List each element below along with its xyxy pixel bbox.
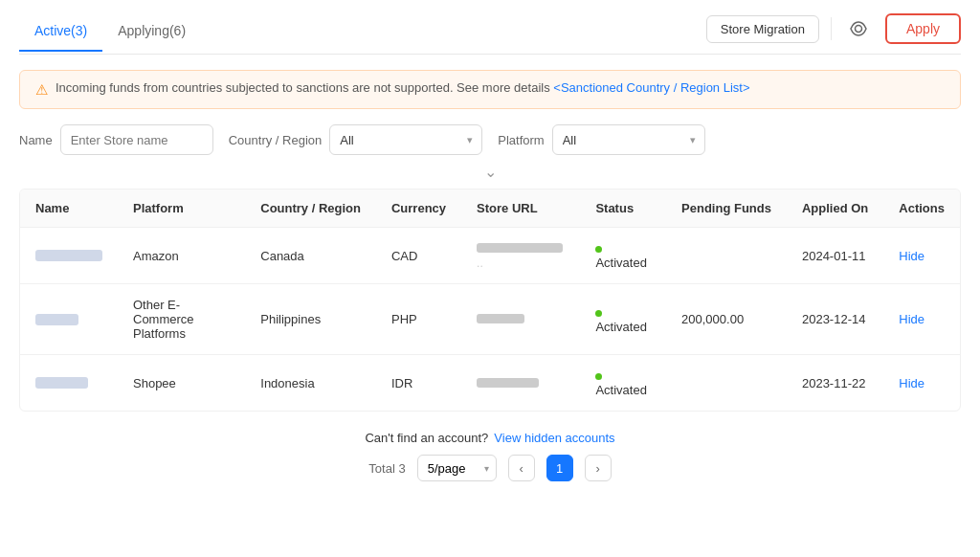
country-filter-label: Country / Region (229, 133, 323, 147)
country-select-wrapper: All Canada Philippines Indonesia (329, 124, 482, 155)
alert-banner: ⚠ Incoming funds from countries subjecte… (19, 70, 961, 109)
row1-currency: CAD (376, 228, 461, 284)
row2-pending-funds: 200,000.00 (666, 284, 787, 355)
row2-platform: Other E-Commerce Platforms (118, 284, 245, 355)
tab-active[interactable]: Active(3) (19, 15, 102, 52)
row1-applied-on: 2024-01-11 (787, 228, 883, 284)
platform-filter-group: Platform All Amazon Shopee Other E-Comme… (498, 124, 704, 155)
row1-name (20, 228, 118, 284)
row3-action[interactable]: Hide (883, 355, 960, 412)
view-hidden-link[interactable]: View hidden accounts (494, 431, 614, 445)
svg-point-0 (855, 26, 861, 33)
table-row: Amazon Canada CAD .. Activated 2024-01-1… (20, 228, 960, 284)
apply-button[interactable]: Apply (885, 13, 961, 44)
row3-currency: IDR (376, 355, 461, 412)
warning-icon: ⚠ (35, 81, 48, 99)
platform-select-wrapper: All Amazon Shopee Other E-Commerce Platf… (552, 124, 705, 155)
total-count-label: Total 3 (368, 461, 405, 476)
view-toggle-icon[interactable] (843, 13, 874, 44)
row2-applied-on: 2023-12-14 (787, 284, 883, 355)
col-country-region: Country / Region (245, 189, 376, 228)
row3-applied-on: 2023-11-22 (787, 355, 883, 412)
row1-action[interactable]: Hide (883, 228, 960, 284)
cant-find-text: Can't find an account? (365, 431, 488, 445)
row2-status: Activated (580, 284, 666, 355)
filter-bar: Name Country / Region All Canada Philipp… (19, 124, 961, 155)
col-currency: Currency (376, 189, 461, 228)
row1-url: .. (461, 228, 580, 284)
col-status: Status (580, 189, 666, 228)
col-applied-on: Applied On (787, 189, 883, 228)
row1-country: Canada (245, 228, 376, 284)
name-filter-label: Name (19, 133, 53, 147)
row2-url (461, 284, 580, 355)
page-size-select-wrapper: 5/page 10/page 20/page (417, 455, 497, 481)
col-platform: Platform (118, 189, 245, 228)
country-filter-group: Country / Region All Canada Philippines … (229, 124, 483, 155)
col-actions: Actions (883, 189, 960, 228)
expand-filters-icon[interactable]: ⌄ (484, 163, 497, 181)
cant-find-section: Can't find an account? View hidden accou… (19, 431, 961, 445)
vertical-divider (831, 17, 832, 40)
row3-pending-funds (666, 355, 787, 412)
col-pending-funds: Pending Funds (666, 189, 787, 228)
current-page-number[interactable]: 1 (546, 455, 573, 481)
country-filter-select[interactable]: All Canada Philippines Indonesia (329, 124, 482, 155)
platform-filter-select[interactable]: All Amazon Shopee Other E-Commerce Platf… (552, 124, 705, 155)
pagination-section: Total 3 5/page 10/page 20/page ‹ 1 › (19, 455, 961, 481)
header-actions: Store Migration Apply (706, 13, 961, 54)
row3-country: Indonesia (245, 355, 376, 412)
store-migration-button[interactable]: Store Migration (706, 15, 819, 43)
col-name: Name (20, 189, 118, 228)
row3-url (461, 355, 580, 412)
platform-filter-label: Platform (498, 133, 544, 147)
sanctioned-country-link[interactable]: <Sanctioned Country / Region List> (553, 80, 749, 95)
table-row: Other E-Commerce Platforms Philippines P… (20, 284, 960, 355)
row2-currency: PHP (376, 284, 461, 355)
table-row: Shopee Indonesia IDR Activated 2023-11-2… (20, 355, 960, 412)
row1-pending-funds (666, 228, 787, 284)
row2-action[interactable]: Hide (883, 284, 960, 355)
col-store-url: Store URL (461, 189, 580, 228)
row2-name (20, 284, 118, 355)
next-page-button[interactable]: › (585, 455, 612, 481)
accounts-table: Name Platform Country / Region Currency … (19, 189, 961, 412)
tab-applying[interactable]: Applying(6) (102, 15, 201, 52)
page-size-select[interactable]: 5/page 10/page 20/page (417, 455, 497, 481)
expand-filters-row: ⌄ (19, 163, 961, 181)
alert-text: Incoming funds from countries subjected … (56, 80, 750, 95)
prev-page-button[interactable]: ‹ (508, 455, 535, 481)
row2-country: Philippines (245, 284, 376, 355)
row1-status: Activated (580, 228, 666, 284)
table-header-row: Name Platform Country / Region Currency … (20, 189, 960, 228)
row3-status: Activated (580, 355, 666, 412)
row3-platform: Shopee (118, 355, 245, 412)
row3-name (20, 355, 118, 412)
row1-platform: Amazon (118, 228, 245, 284)
name-filter-input[interactable] (60, 124, 213, 155)
name-filter-group: Name (19, 124, 213, 155)
tab-bar: Active(3) Applying(6) (19, 15, 201, 52)
